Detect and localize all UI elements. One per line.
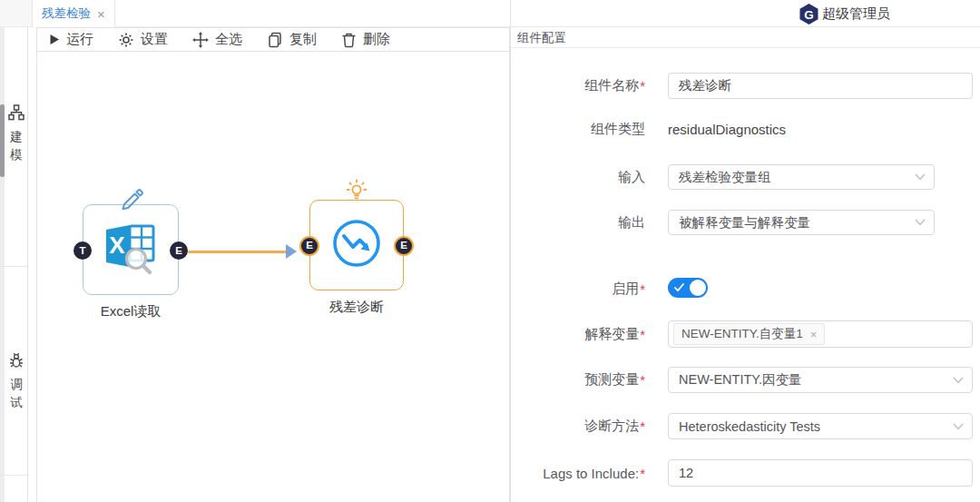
sidebar-item-label: 调试 <box>9 376 24 411</box>
field-row-diagnostic-method: 诊断方法* Heteroskedasticity Tests <box>511 413 980 439</box>
chevron-down-icon <box>915 219 926 226</box>
required-mark: * <box>640 372 645 388</box>
run-label: 运行 <box>66 31 93 48</box>
field-row-component-type: 组件类型 residualDiagnostics <box>511 118 980 140</box>
panel-title-bar: 组件配置 <box>511 27 980 48</box>
edge-arrowhead-icon <box>286 244 297 259</box>
predicted-var-select[interactable]: NEW-ENTITY.因变量 <box>668 367 973 393</box>
output-select[interactable]: 被解释变量与解释变量 <box>668 210 935 235</box>
user-menu[interactable]: G 超级管理员 <box>798 3 890 25</box>
field-label: 诊断方法* <box>511 413 645 439</box>
tab-bar: 残差检验 × <box>0 0 510 27</box>
gear-icon <box>118 32 134 48</box>
user-bar: G 超级管理员 <box>511 0 980 27</box>
input-select-value: 残差检验变量组 <box>679 169 771 186</box>
check-icon <box>674 283 684 292</box>
node-excel-read[interactable]: X T E Excel读取 <box>83 204 179 295</box>
run-button[interactable]: 运行 <box>49 31 93 48</box>
field-row-explanatory-vars: 解释变量* NEW-ENTITY.自变量1 × <box>511 320 980 348</box>
tab-residual-test[interactable]: 残差检验 × <box>32 0 115 27</box>
play-icon <box>49 34 60 45</box>
field-label: 解释变量* <box>511 320 645 348</box>
field-label: Lags to Include:* <box>511 459 645 487</box>
field-label: 组件名称* <box>511 73 645 99</box>
input-select[interactable]: 残差检验变量组 <box>668 164 935 190</box>
sidebar-item-modeling[interactable]: 建模 <box>5 104 28 163</box>
chevron-down-icon <box>953 377 964 384</box>
required-mark: * <box>640 281 645 297</box>
tab-title: 残差检验 <box>42 5 91 22</box>
required-mark: * <box>640 78 645 94</box>
field-row-component-name: 组件名称* 残差诊断 <box>511 73 980 99</box>
user-name: 超级管理员 <box>822 5 890 23</box>
toggle-knob <box>690 280 706 296</box>
sidebar-item-debug[interactable]: 调试 <box>5 352 28 411</box>
field-label: 组件类型 <box>511 118 645 140</box>
tab-close-icon[interactable]: × <box>97 6 105 22</box>
explanatory-vars-input[interactable]: NEW-ENTITY.自变量1 × <box>668 320 973 348</box>
field-row-enabled: 启用* <box>511 278 980 300</box>
edge-excel-to-diagnosis[interactable] <box>188 251 289 253</box>
chevron-down-icon <box>953 423 964 430</box>
node-label: 残差诊断 <box>329 299 384 316</box>
sidebar-divider <box>0 475 28 476</box>
workflow-canvas[interactable]: X T E Excel读取 <box>37 52 509 502</box>
required-mark: * <box>640 327 645 342</box>
tag-close-icon[interactable]: × <box>810 328 818 341</box>
predicted-var-value: NEW-ENTITY.因变量 <box>679 371 802 389</box>
port-e-input[interactable]: E <box>299 236 319 256</box>
port-e-output[interactable]: E <box>394 236 414 256</box>
panel-title: 组件配置 <box>511 27 980 48</box>
field-label: 输入 <box>511 164 645 190</box>
component-config-panel: G 超级管理员 组件配置 组件名称* 残差诊断 组件类型 residualDia… <box>510 0 980 502</box>
copy-button[interactable]: 复制 <box>267 31 317 48</box>
canvas-toolbar: 运行 设置 全选 <box>37 28 509 52</box>
required-mark: * <box>640 418 645 434</box>
field-label: 启用* <box>511 278 645 300</box>
chevron-down-icon <box>915 173 926 181</box>
select-all-label: 全选 <box>215 31 242 48</box>
left-sidebar: 建模 调试 <box>0 27 28 502</box>
node-residual-diagnosis[interactable]: E E 残差诊断 <box>309 200 404 290</box>
select-all-button[interactable]: 全选 <box>192 31 242 48</box>
settings-button[interactable]: 设置 <box>118 31 168 48</box>
copy-icon <box>267 32 283 48</box>
field-label: 预测变量* <box>511 367 645 393</box>
workflow-area: 运行 设置 全选 <box>36 27 510 502</box>
bulb-icon <box>345 179 368 206</box>
enabled-toggle[interactable] <box>668 278 708 298</box>
port-e-output[interactable]: E <box>170 241 188 260</box>
port-t-input[interactable]: T <box>74 241 92 260</box>
sidebar-item-label: 建模 <box>9 128 24 163</box>
trend-down-icon <box>331 218 382 272</box>
tab-bar-empty <box>101 0 510 26</box>
field-label: 输出 <box>511 210 645 235</box>
field-row-predicted-var: 预测变量* NEW-ENTITY.因变量 <box>511 367 980 393</box>
svg-text:X: X <box>109 231 125 259</box>
delete-button[interactable]: 删除 <box>341 31 390 48</box>
sitemap-icon <box>8 104 24 121</box>
node-label: Excel读取 <box>101 303 162 320</box>
sidebar-scroll-track[interactable] <box>0 27 5 502</box>
brand-logo-icon: G <box>798 3 820 25</box>
lags-input[interactable]: 12 <box>668 459 973 487</box>
move-icon <box>192 32 209 48</box>
component-name-input[interactable]: 残差诊断 <box>668 73 973 99</box>
tag-text: NEW-ENTITY.自变量1 <box>681 326 803 342</box>
diagnostic-method-value: Heteroskedasticity Tests <box>679 419 820 434</box>
component-type-value: residualDiagnostics <box>668 118 786 140</box>
field-row-lags: Lags to Include:* 12 <box>511 459 980 487</box>
pencil-icon[interactable] <box>117 183 144 214</box>
trash-icon <box>341 32 357 48</box>
excel-icon: X <box>102 221 160 278</box>
settings-label: 设置 <box>141 31 168 48</box>
svg-text:G: G <box>804 8 813 22</box>
delete-label: 删除 <box>363 31 390 48</box>
bug-icon <box>8 352 24 369</box>
output-select-value: 被解释变量与解释变量 <box>679 214 810 231</box>
field-row-output: 输出 被解释变量与解释变量 <box>511 210 980 235</box>
variable-tag: NEW-ENTITY.自变量1 × <box>673 323 825 345</box>
required-mark: * <box>640 466 645 481</box>
diagnostic-method-select[interactable]: Heteroskedasticity Tests <box>668 413 973 439</box>
sidebar-divider <box>0 266 28 267</box>
